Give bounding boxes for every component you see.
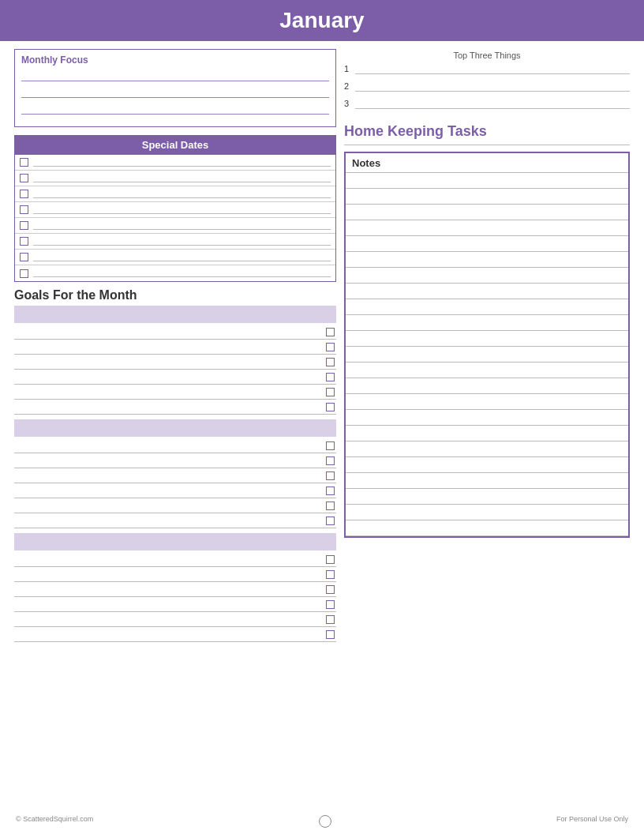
goal-row	[14, 627, 336, 642]
notes-line	[346, 426, 628, 441]
notes-line	[346, 189, 628, 205]
month-title: January	[279, 8, 364, 32]
special-date-row	[15, 250, 335, 265]
goal-row	[14, 513, 336, 528]
goal-row	[14, 498, 336, 513]
footer-circle	[319, 815, 331, 828]
main-content: Monthly Focus Special Dates	[0, 41, 644, 647]
notes-box: Notes	[344, 152, 630, 538]
goal-row	[14, 597, 336, 612]
number-3: 3	[344, 99, 355, 108]
goal-row	[14, 582, 336, 597]
goal-row	[14, 552, 336, 567]
notes-line	[346, 331, 628, 347]
checkbox[interactable]	[20, 221, 28, 230]
number-1: 1	[344, 64, 355, 73]
number-line	[355, 98, 630, 109]
checkbox[interactable]	[326, 456, 335, 465]
special-date-row	[15, 234, 335, 250]
notes-line	[346, 173, 628, 189]
checkbox[interactable]	[20, 269, 28, 278]
notes-line	[346, 489, 628, 505]
checkbox[interactable]	[326, 441, 335, 450]
notes-line	[346, 252, 628, 268]
goal-row	[14, 612, 336, 627]
top-three-row-3: 3	[344, 98, 630, 109]
footer-left: © ScatteredSquirrel.com	[16, 815, 93, 828]
goals-category-bar-1	[14, 306, 336, 323]
special-date-row	[15, 186, 335, 202]
checkbox[interactable]	[326, 486, 335, 495]
number-line	[355, 81, 630, 92]
right-column: Top Three Things 1 2 3 Home Keeping Task…	[344, 49, 630, 647]
checkbox[interactable]	[20, 190, 28, 198]
checkbox[interactable]	[326, 630, 335, 639]
focus-line-3	[21, 103, 329, 115]
goals-title: Goals For the Month	[14, 288, 336, 302]
goal-row	[14, 370, 336, 385]
notes-line	[346, 347, 628, 363]
notes-line	[346, 236, 628, 252]
checkbox[interactable]	[326, 358, 335, 366]
checkbox[interactable]	[326, 517, 335, 525]
goal-row	[14, 340, 336, 355]
checkbox[interactable]	[326, 570, 335, 579]
checkbox[interactable]	[326, 328, 335, 336]
special-date-row	[15, 171, 335, 186]
notes-line	[346, 284, 628, 299]
special-date-row	[15, 202, 335, 218]
checkbox[interactable]	[326, 471, 335, 480]
focus-line-2	[21, 87, 329, 98]
checkbox[interactable]	[326, 373, 335, 381]
goal-row	[14, 483, 336, 498]
top-three-row-1: 1	[344, 63, 630, 74]
notes-line	[346, 205, 628, 220]
goals-section-1	[14, 306, 336, 415]
top-three-label: Top Three Things	[344, 51, 630, 60]
special-dates-section: Special Dates	[14, 135, 336, 282]
notes-line	[346, 394, 628, 410]
notes-line	[346, 363, 628, 378]
special-date-row	[15, 218, 335, 234]
goal-row	[14, 567, 336, 582]
checkbox[interactable]	[326, 388, 335, 396]
monthly-focus-title: Monthly Focus	[21, 54, 329, 66]
goal-row	[14, 453, 336, 468]
monthly-focus-box: Monthly Focus	[14, 49, 336, 127]
notes-line	[346, 299, 628, 315]
notes-line	[346, 457, 628, 473]
notes-line	[346, 315, 628, 331]
left-column: Monthly Focus Special Dates	[14, 49, 336, 647]
checkbox[interactable]	[326, 600, 335, 609]
checkbox[interactable]	[20, 205, 28, 214]
goals-category-bar-3	[14, 533, 336, 550]
checkbox[interactable]	[20, 237, 28, 246]
top-three-row-2: 2	[344, 81, 630, 92]
home-keeping-divider	[344, 145, 630, 145]
special-date-row	[15, 265, 335, 281]
number-2: 2	[344, 81, 355, 91]
checkbox[interactable]	[20, 253, 28, 261]
goal-row	[14, 355, 336, 370]
checkbox[interactable]	[326, 585, 335, 594]
checkbox[interactable]	[20, 158, 28, 167]
notes-line	[346, 473, 628, 489]
checkbox[interactable]	[326, 502, 335, 510]
checkbox[interactable]	[326, 343, 335, 351]
goals-category-bar-2	[14, 419, 336, 437]
goal-row	[14, 438, 336, 453]
goal-row	[14, 325, 336, 340]
special-date-row	[15, 155, 335, 171]
checkbox[interactable]	[326, 403, 335, 411]
checkbox[interactable]	[326, 615, 335, 624]
focus-line-1	[21, 70, 329, 81]
notes-line	[346, 268, 628, 284]
checkbox[interactable]	[20, 174, 28, 182]
notes-line	[346, 220, 628, 236]
checkbox[interactable]	[326, 555, 335, 564]
notes-title: Notes	[346, 153, 628, 173]
goal-row	[14, 385, 336, 400]
page-header: January	[0, 0, 644, 41]
footer-right: For Personal Use Only	[556, 815, 628, 828]
goal-row	[14, 400, 336, 415]
